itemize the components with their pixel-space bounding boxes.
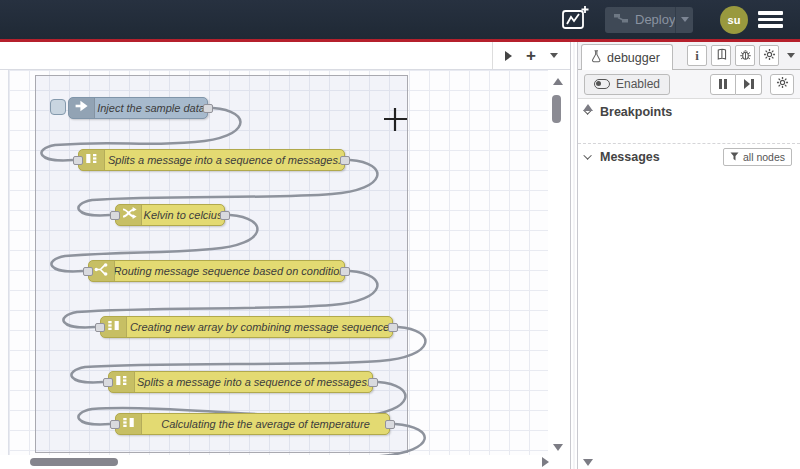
change-icon	[121, 205, 137, 225]
debugger-enabled-toggle[interactable]: Enabled	[584, 74, 670, 95]
flask-icon	[590, 49, 602, 66]
output-port[interactable]	[340, 267, 350, 276]
add-flow-button[interactable]: +	[526, 47, 536, 64]
section-messages[interactable]: Messages all nodes	[578, 144, 800, 170]
gear-icon	[763, 47, 776, 65]
node-label: Kelvin to celcius	[142, 205, 224, 225]
flow-ai-icon	[560, 5, 590, 35]
info-icon: i	[695, 48, 699, 64]
input-port[interactable]	[103, 378, 113, 387]
sidebar-scroll-up-icon[interactable]	[583, 104, 593, 111]
scroll-up-icon[interactable]	[553, 78, 563, 85]
join-icon	[106, 318, 121, 337]
sidebar-tabs-more-button[interactable]	[787, 53, 795, 58]
split-icon	[84, 151, 99, 170]
main-menu-button[interactable]	[758, 11, 783, 28]
output-port[interactable]	[340, 156, 350, 165]
input-port[interactable]	[110, 211, 120, 220]
funnel-icon	[730, 151, 739, 163]
flow-node-inject[interactable]: Inject the sample data	[68, 97, 208, 119]
chevron-down-icon	[583, 151, 591, 159]
switch-icon	[94, 262, 109, 281]
deploy-options-button[interactable]	[675, 7, 693, 33]
messages-label: Messages	[600, 150, 660, 164]
debugger-toolbar: Enabled	[578, 70, 800, 99]
tab-debugger[interactable]: debugger	[581, 44, 673, 70]
flow-node-split[interactable]: Splits a message into a sequence of mess…	[108, 371, 373, 393]
node-label: Routing message sequence based on condit…	[115, 261, 344, 281]
deploy-icon	[613, 11, 629, 29]
bug-icon	[739, 47, 752, 65]
docs-button[interactable]	[711, 45, 731, 66]
split-icon	[114, 373, 129, 392]
section-breakpoints[interactable]: Breakpoints	[578, 99, 800, 125]
sidebar: debugger i	[578, 42, 800, 469]
flow-node-join[interactable]: Calculating the the average of temperatu…	[115, 413, 390, 435]
breakpoints-label: Breakpoints	[600, 105, 672, 119]
tab-debugger-label: debugger	[607, 51, 660, 65]
message-filter-label: all nodes	[743, 151, 785, 163]
node-label: Creating new array by combining message …	[127, 317, 392, 337]
pause-icon	[719, 79, 728, 89]
node-label: Splits a message into a sequence of mess…	[105, 150, 344, 170]
flow-node-split[interactable]: Splits a message into a sequence of mess…	[78, 149, 345, 171]
scroll-down-icon[interactable]	[553, 444, 563, 451]
join-icon	[121, 415, 136, 434]
gear-icon	[776, 75, 789, 93]
toggle-icon	[594, 79, 610, 89]
caret-down-icon	[681, 17, 689, 22]
sidebar-tab-bar: debugger i	[578, 42, 800, 70]
sidebar-settings-button[interactable]	[759, 45, 779, 66]
hamburger-icon	[758, 11, 783, 15]
flow-node-change[interactable]: Kelvin to celcius	[115, 204, 225, 226]
sidebar-splitter[interactable]	[570, 42, 578, 469]
inject-trigger-button[interactable]	[50, 99, 66, 115]
inject-icon	[74, 98, 90, 118]
debug-button[interactable]	[735, 45, 755, 66]
node-label: Calculating the the average of temperatu…	[142, 414, 389, 434]
crosshair-cursor	[384, 108, 407, 131]
pause-button[interactable]	[710, 74, 736, 95]
output-port[interactable]	[388, 323, 398, 332]
flow-node-join[interactable]: Creating new array by combining message …	[100, 316, 393, 338]
canvas-vscrollbar[interactable]	[548, 70, 570, 455]
flow-canvas[interactable]: Inject the sample dataSplits a message i…	[0, 70, 570, 455]
input-port[interactable]	[95, 323, 105, 332]
output-port[interactable]	[203, 104, 213, 113]
output-port[interactable]	[368, 378, 378, 387]
flow-node-switch[interactable]: Routing message sequence based on condit…	[88, 260, 345, 282]
enabled-label: Enabled	[616, 77, 660, 91]
step-icon	[744, 79, 754, 89]
canvas-hscrollbar[interactable]	[0, 455, 570, 469]
book-icon	[715, 47, 728, 65]
main-header: Deploy su	[0, 0, 800, 39]
node-label: Inject the sample data	[95, 98, 207, 118]
scroll-tabs-button[interactable]	[505, 51, 512, 61]
input-port[interactable]	[73, 156, 83, 165]
sidebar-scroll-down-icon[interactable]	[583, 459, 593, 466]
node-label: Splits a message into a sequence of mess…	[135, 372, 372, 392]
scroll-right-icon[interactable]	[542, 457, 549, 467]
hscroll-thumb[interactable]	[30, 458, 118, 466]
deploy-label: Deploy	[635, 12, 675, 27]
input-port[interactable]	[83, 267, 93, 276]
flow-tab-bar: +	[0, 42, 570, 70]
flow-list-button[interactable]	[550, 53, 558, 58]
deploy-button[interactable]: Deploy	[605, 7, 693, 33]
message-filter-button[interactable]: all nodes	[723, 148, 792, 166]
flow-ai-button[interactable]	[558, 6, 592, 34]
vscroll-thumb[interactable]	[552, 95, 561, 123]
output-port[interactable]	[220, 211, 230, 220]
input-port[interactable]	[110, 420, 120, 429]
user-avatar[interactable]: su	[720, 6, 748, 34]
step-button[interactable]	[736, 74, 762, 95]
info-button[interactable]: i	[687, 45, 707, 66]
breakpoints-body	[578, 125, 800, 143]
output-port[interactable]	[385, 420, 395, 429]
debugger-settings-button[interactable]	[770, 74, 794, 95]
